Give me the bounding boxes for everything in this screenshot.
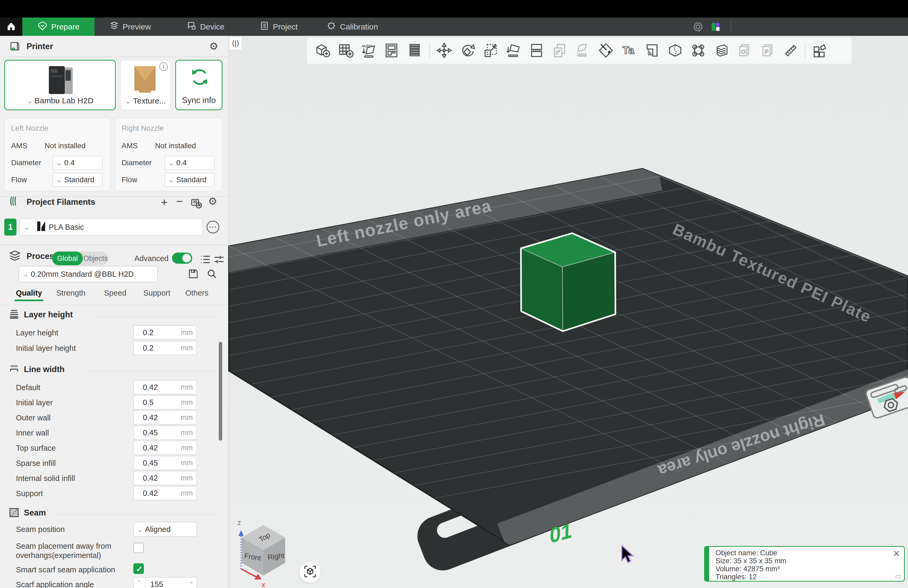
rotate-icon	[459, 42, 476, 60]
shape-gallery-button[interactable]	[643, 42, 661, 60]
shape-gallery-icon	[644, 42, 660, 60]
text-tool-button[interactable]: Ta	[620, 42, 638, 60]
object-size: Size: 35 x 35 x 35 mm	[715, 557, 786, 565]
object-volume: Volume: 42875 mm³	[715, 565, 786, 573]
object-info-panel: Object name: Cube Size: 35 x 35 x 35 mm …	[704, 546, 905, 582]
close-icon[interactable]: ✕	[893, 549, 901, 558]
mouse-cursor	[621, 545, 637, 565]
add-object-button[interactable]	[314, 42, 331, 60]
seam-painting-icon	[574, 42, 591, 60]
z-axis-label: z	[237, 519, 241, 527]
split-to-objects-button[interactable]	[528, 42, 545, 60]
svg-text:P: P	[765, 48, 768, 55]
cut-tool-button[interactable]	[667, 42, 684, 60]
add-plate-icon	[337, 42, 354, 60]
cut-tool-icon	[667, 42, 684, 60]
cube-model[interactable]	[521, 233, 615, 331]
support-painting-icon	[713, 42, 730, 60]
lay-on-face-icon	[505, 42, 522, 60]
assembly-view-button[interactable]	[811, 42, 829, 60]
build-plate[interactable]	[0, 0, 908, 588]
auto-orient-button[interactable]: AUTO	[360, 42, 378, 60]
mesh-boolean-icon	[690, 42, 707, 60]
object-triangles: Triangles: 12	[715, 573, 786, 581]
svg-text:AUTO: AUTO	[362, 44, 372, 48]
measure-icon	[782, 42, 799, 60]
split-to-objects-icon	[528, 42, 545, 60]
text-tool-icon: Ta	[620, 42, 638, 60]
objects-list-icon: O	[736, 42, 753, 60]
mesh-boolean-button[interactable]	[689, 42, 707, 60]
color-painting-icon	[597, 42, 614, 60]
viewport-toolbar: AUTO Ta O P	[307, 38, 852, 64]
seam-painting-button[interactable]	[574, 42, 591, 60]
split-layers-button[interactable]	[406, 42, 424, 60]
fit-view-button[interactable]	[299, 561, 321, 583]
svg-text:O: O	[741, 48, 746, 55]
assembly-view-icon	[811, 42, 828, 60]
color-painting-button[interactable]	[597, 42, 615, 60]
scale-button[interactable]	[481, 42, 499, 60]
add-object-icon	[314, 42, 331, 60]
move-button[interactable]	[435, 42, 453, 60]
rotate-button[interactable]	[459, 42, 476, 60]
arrange-icon	[383, 42, 400, 60]
bambu-studio-window: Prepare Preview Device Project Calibrati…	[0, 0, 908, 588]
object-name: Object name: Cube	[715, 549, 786, 557]
plate-surface[interactable]	[229, 169, 908, 545]
auto-orient-icon: AUTO	[360, 42, 377, 60]
resize-handle[interactable]: ▭	[895, 572, 902, 580]
fit-view-icon	[303, 565, 317, 580]
object-info-accent	[705, 547, 709, 581]
parts-list-button[interactable]: P	[759, 42, 776, 60]
lay-on-face-button[interactable]	[505, 42, 522, 60]
parts-list-icon: P	[759, 42, 776, 60]
add-plate-button[interactable]	[337, 42, 354, 60]
scale-icon	[482, 42, 499, 60]
support-painting-button[interactable]	[713, 42, 730, 60]
x-axis	[241, 569, 256, 577]
toolbar-separator	[805, 43, 805, 58]
objects-list-button[interactable]: O	[736, 42, 753, 60]
svg-text:Ta: Ta	[623, 44, 634, 56]
toolbar-separator	[429, 43, 430, 58]
split-layers-icon	[406, 42, 423, 60]
measure-button[interactable]	[782, 42, 799, 60]
arrange-button[interactable]	[383, 42, 401, 60]
split-to-parts-icon	[551, 42, 568, 60]
split-to-parts-button[interactable]	[551, 42, 568, 60]
x-axis-label: x	[261, 581, 265, 588]
move-icon	[436, 42, 453, 60]
